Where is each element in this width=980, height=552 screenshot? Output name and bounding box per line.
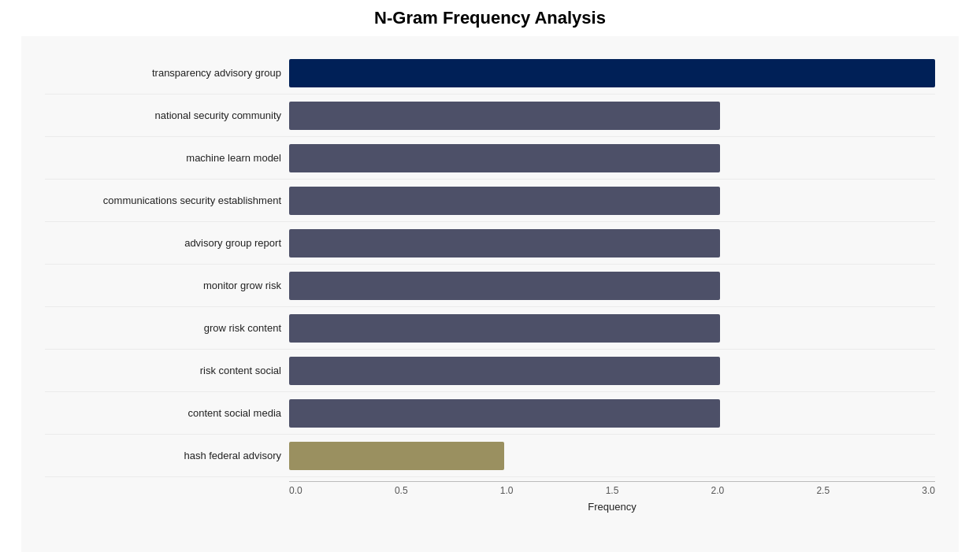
chart-area: transparency advisory groupnational secu… [45,52,935,477]
bar-fill [289,314,720,343]
bar-row: communications security establishment [45,180,935,222]
x-tick: 0.0 [289,485,303,496]
bar-track [289,357,935,385]
bar-fill [289,357,720,385]
chart-container: transparency advisory groupnational secu… [21,36,959,552]
x-tick: 2.5 [816,485,830,496]
x-tick: 1.0 [500,485,514,496]
bar-row: national security community [45,94,935,137]
x-tick: 3.0 [922,485,935,496]
bar-label: machine learn model [45,152,289,164]
bar-row: hash federal advisory [45,435,935,477]
bar-fill [289,102,720,130]
bar-track [289,59,935,87]
bar-row: grow risk content [45,307,935,350]
bar-track [289,314,935,343]
bar-label: advisory group report [45,237,289,249]
x-tick: 0.5 [395,485,408,496]
bar-track [289,442,935,470]
bar-track [289,399,935,428]
bar-row: monitor grow risk [45,265,935,307]
bar-label: monitor grow risk [45,280,289,291]
bar-label: communications security establishment [45,194,289,206]
x-axis: 0.00.51.01.52.02.53.0 Frequency [289,481,935,513]
chart-title: N-Gram Frequency Analysis [374,8,606,28]
bar-fill [289,59,935,87]
bar-track [289,229,935,257]
bar-track [289,187,935,215]
bar-track [289,272,935,300]
bar-fill [289,187,720,215]
bar-row: content social media [45,392,935,435]
bar-label: hash federal advisory [45,450,289,461]
bar-fill [289,272,720,300]
bar-row: advisory group report [45,222,935,265]
bar-row: transparency advisory group [45,52,935,94]
bar-fill [289,144,720,172]
bar-fill [289,399,720,428]
bar-fill [289,442,504,470]
x-tick: 2.0 [711,485,725,496]
bar-label: risk content social [45,365,289,376]
bar-label: content social media [45,407,289,419]
bar-label: national security community [45,109,289,121]
bar-label: grow risk content [45,322,289,334]
bar-fill [289,229,720,257]
x-axis-label: Frequency [289,501,935,513]
bar-track [289,144,935,172]
x-tick: 1.5 [606,485,619,496]
bar-row: risk content social [45,350,935,392]
bar-track [289,102,935,130]
bar-row: machine learn model [45,137,935,180]
bar-label: transparency advisory group [45,67,289,79]
